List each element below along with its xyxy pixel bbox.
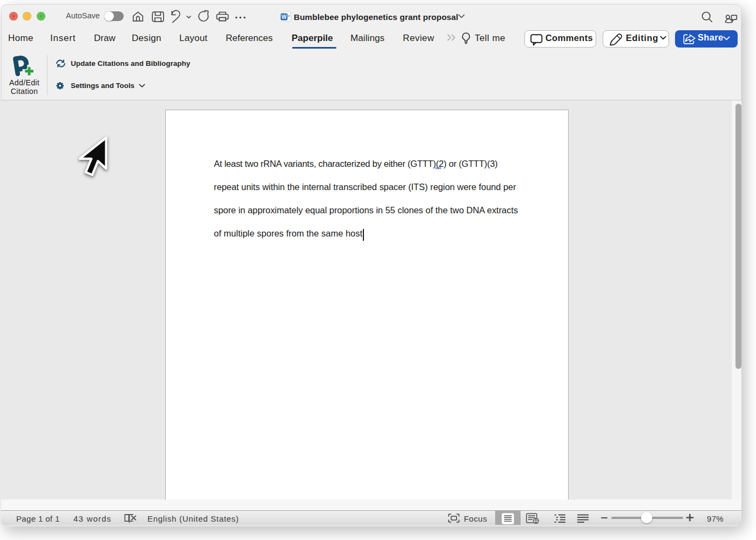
svg-text:W: W bbox=[281, 14, 287, 20]
